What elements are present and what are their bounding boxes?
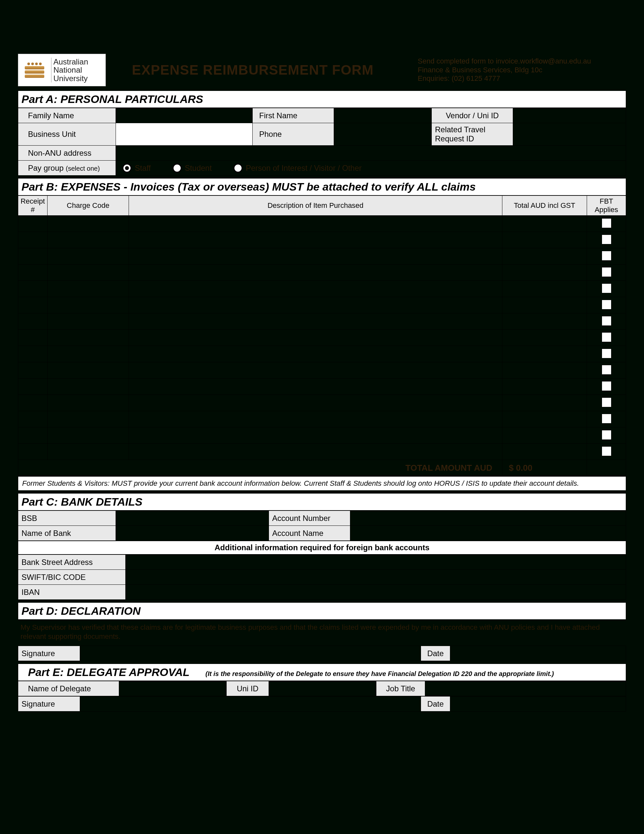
expense-cell[interactable]	[18, 411, 48, 427]
fbt-checkbox[interactable]	[602, 234, 612, 244]
input-swift[interactable]	[126, 570, 626, 585]
expense-cell[interactable]	[129, 378, 502, 395]
expense-cell[interactable]	[48, 248, 129, 265]
input-travel[interactable]	[513, 123, 626, 145]
input-phone[interactable]	[334, 123, 432, 145]
input-date-e[interactable]	[450, 697, 626, 711]
expense-cell[interactable]	[18, 330, 48, 346]
expense-cell[interactable]	[18, 232, 48, 248]
expense-cell[interactable]	[502, 248, 587, 265]
input-bankname[interactable]	[116, 526, 269, 541]
expense-cell[interactable]	[502, 314, 587, 330]
fbt-checkbox[interactable]	[602, 349, 612, 358]
expense-cell[interactable]	[502, 362, 587, 378]
expense-cell[interactable]	[48, 411, 129, 427]
input-bsb[interactable]	[116, 511, 269, 526]
input-accnum[interactable]	[350, 511, 626, 526]
expense-cell[interactable]	[48, 330, 129, 346]
expense-cell[interactable]	[18, 297, 48, 314]
input-accname[interactable]	[350, 526, 626, 541]
expense-cell[interactable]	[18, 444, 48, 460]
input-sig-d[interactable]	[80, 646, 421, 661]
expense-cell[interactable]	[502, 346, 587, 362]
expense-cell[interactable]	[502, 411, 587, 427]
input-bu[interactable]	[116, 123, 253, 145]
expense-cell[interactable]	[18, 314, 48, 330]
fbt-checkbox[interactable]	[602, 251, 612, 260]
expense-cell[interactable]	[129, 232, 502, 248]
fbt-checkbox[interactable]	[602, 267, 612, 277]
expense-cell[interactable]	[129, 216, 502, 232]
expense-cell[interactable]	[129, 281, 502, 297]
fbt-checkbox[interactable]	[602, 316, 612, 326]
expense-cell[interactable]	[502, 265, 587, 281]
expense-cell[interactable]	[129, 411, 502, 427]
expense-cell[interactable]	[48, 395, 129, 411]
expense-cell[interactable]	[48, 427, 129, 444]
fbt-checkbox[interactable]	[602, 300, 612, 309]
expense-cell[interactable]	[129, 395, 502, 411]
expense-cell[interactable]	[18, 248, 48, 265]
input-del-name[interactable]	[119, 681, 227, 696]
fbt-checkbox[interactable]	[602, 430, 612, 440]
expense-cell[interactable]	[502, 378, 587, 395]
expense-cell[interactable]	[502, 395, 587, 411]
expense-cell[interactable]	[129, 248, 502, 265]
expense-cell[interactable]	[48, 346, 129, 362]
fbt-checkbox[interactable]	[602, 398, 612, 407]
expense-cell[interactable]	[18, 265, 48, 281]
input-sig-e[interactable]	[80, 697, 421, 711]
fbt-checkbox[interactable]	[602, 446, 612, 456]
expense-cell[interactable]	[18, 395, 48, 411]
fbt-checkbox[interactable]	[602, 365, 612, 375]
input-addr[interactable]	[116, 145, 626, 161]
expense-cell[interactable]	[48, 314, 129, 330]
expense-cell[interactable]	[129, 346, 502, 362]
fbt-checkbox[interactable]	[602, 283, 612, 293]
input-first[interactable]	[334, 108, 432, 123]
expense-cell[interactable]	[129, 444, 502, 460]
input-del-uni[interactable]	[269, 681, 376, 696]
expense-cell[interactable]	[18, 346, 48, 362]
expense-cell[interactable]	[502, 444, 587, 460]
expense-cell[interactable]	[48, 362, 129, 378]
expense-cell[interactable]	[18, 216, 48, 232]
fbt-checkbox[interactable]	[602, 381, 612, 391]
expense-cell[interactable]	[129, 362, 502, 378]
expense-cell[interactable]	[18, 362, 48, 378]
expense-cell[interactable]	[48, 216, 129, 232]
expense-cell[interactable]	[502, 281, 587, 297]
expense-cell[interactable]	[502, 427, 587, 444]
expense-cell[interactable]	[48, 378, 129, 395]
input-iban[interactable]	[126, 585, 626, 600]
expense-cell[interactable]	[502, 330, 587, 346]
input-vendor[interactable]	[513, 108, 626, 123]
expense-cell[interactable]	[48, 265, 129, 281]
input-street[interactable]	[126, 555, 626, 570]
expense-cell[interactable]	[18, 427, 48, 444]
input-del-job[interactable]	[425, 681, 626, 696]
expense-cell[interactable]	[502, 232, 587, 248]
expense-cell[interactable]	[48, 444, 129, 460]
label-swift: SWIFT/BIC CODE	[18, 570, 126, 585]
expense-cell[interactable]	[129, 265, 502, 281]
input-date-d[interactable]	[450, 646, 626, 661]
expense-cell[interactable]	[48, 232, 129, 248]
expense-cell[interactable]	[502, 216, 587, 232]
expense-cell[interactable]	[129, 297, 502, 314]
expense-cell[interactable]	[18, 281, 48, 297]
radio-other[interactable]	[234, 163, 242, 173]
expense-cell[interactable]	[48, 297, 129, 314]
input-family[interactable]	[116, 108, 253, 123]
fbt-checkbox[interactable]	[602, 414, 612, 423]
expense-cell[interactable]	[129, 427, 502, 444]
fbt-checkbox[interactable]	[602, 332, 612, 342]
expense-cell[interactable]	[48, 281, 129, 297]
fbt-checkbox[interactable]	[602, 218, 612, 228]
expense-cell[interactable]	[129, 314, 502, 330]
expense-cell[interactable]	[502, 297, 587, 314]
radio-staff[interactable]	[123, 163, 132, 173]
radio-student[interactable]	[173, 163, 182, 173]
expense-cell[interactable]	[129, 330, 502, 346]
expense-cell[interactable]	[18, 378, 48, 395]
